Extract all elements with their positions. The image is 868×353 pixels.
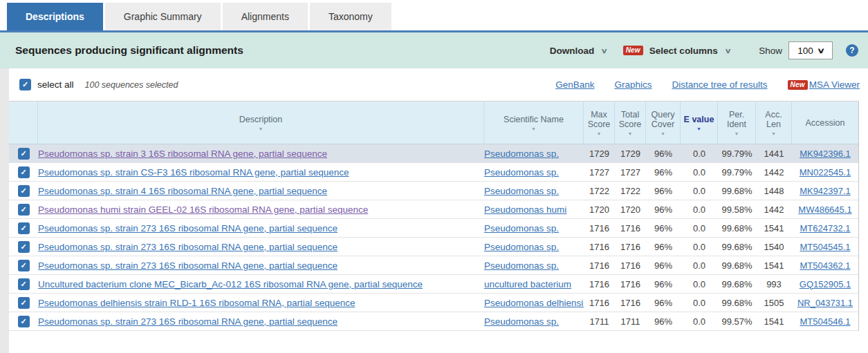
table-row: ✓ Pseudomonas sp. strain 3 16S ribosomal… [9,144,858,163]
sort-arrow-icon[interactable]: ▼ [259,126,264,131]
sort-arrow-icon[interactable]: ▼ [696,126,701,131]
chevron-down-icon: ∨ [817,46,825,55]
description-link[interactable]: Pseudomonas sp. strain CS-F3 16S ribosom… [38,167,349,178]
e-value: 0.0 [681,298,718,308]
scientific-name-link[interactable]: Pseudomonas sp. [484,186,559,196]
accession-link[interactable]: NR_043731.1 [797,298,853,308]
table-row: ✓ Pseudomonas sp. strain 273 16S ribosom… [9,256,858,275]
total-score-value: 1729 [615,149,646,159]
select-columns-button[interactable]: Select columns [649,46,718,56]
accession-link[interactable]: MT504546.1 [800,316,851,327]
row-checkbox[interactable]: ✓ [18,260,30,271]
total-score-value: 1716 [615,223,646,233]
chevron-down-icon[interactable]: ∨ [601,47,608,55]
acc-len-value: 1442 [756,204,792,215]
column-header-e-value[interactable]: E value ▼ [681,102,718,144]
row-checkbox[interactable]: ✓ [18,148,30,160]
description-link[interactable]: Pseudomonas delhiensis strain RLD-1 16S … [38,298,355,308]
e-value: 0.0 [681,149,718,159]
page-size-value: 100 [797,46,813,56]
accession-link[interactable]: MT624732.1 [800,223,851,233]
scientific-name-link[interactable]: Pseudomonas sp. [484,260,559,271]
row-checkbox[interactable]: ✓ [18,241,30,253]
help-icon[interactable]: ? [846,44,858,57]
scientific-name-link[interactable]: Pseudomonas sp. [484,242,559,252]
selected-count-text: 100 sequences selected [85,80,178,90]
sort-arrow-icon[interactable]: ▼ [735,131,739,136]
accession-link[interactable]: MT504362.1 [800,260,851,271]
sort-arrow-icon[interactable]: ▼ [661,131,665,136]
accession-link[interactable]: MK942396.1 [800,149,851,159]
column-header-acc-len[interactable]: Acc. Len ▼ [756,102,792,144]
graphics-link[interactable]: Graphics [614,79,652,90]
acc-len-value: 1541 [756,223,792,233]
scientific-name-link[interactable]: Pseudomonas delhiensis [484,298,584,308]
row-checkbox[interactable]: ✓ [18,297,30,309]
scientific-name-link[interactable]: Pseudomonas sp. [484,167,559,178]
sort-arrow-icon[interactable]: ▼ [771,131,776,136]
select-all-label[interactable]: select all [37,79,74,90]
row-checkbox[interactable]: ✓ [18,278,30,290]
page-size-select[interactable]: 100 ∨ [788,41,833,59]
query-cover-value: 96% [646,279,681,289]
description-link[interactable]: Pseudomonas sp. strain 273 16S ribosomal… [38,260,338,271]
description-link[interactable]: Pseudomonas sp. strain 3 16S ribosomal R… [38,149,327,159]
column-header-accession[interactable]: Accession [792,102,858,144]
new-badge: New [788,80,808,90]
column-header-scientific-name[interactable]: Scientific Name ▼ [484,102,584,144]
sort-arrow-icon[interactable]: ▼ [531,126,536,131]
column-header-max-score[interactable]: Max Score ▼ [584,102,615,144]
description-link[interactable]: Pseudomonas sp. strain 4 16S ribosomal R… [38,186,327,196]
total-score-value: 1716 [615,242,646,252]
acc-len-value: 1505 [756,298,792,308]
row-checkbox[interactable]: ✓ [18,204,30,216]
e-value: 0.0 [681,279,718,289]
tab-taxonomy[interactable]: Taxonomy [310,3,391,30]
row-checkbox[interactable]: ✓ [18,185,30,197]
row-checkbox[interactable]: ✓ [18,166,30,178]
row-checkbox[interactable]: ✓ [18,316,30,327]
total-score-value: 1716 [615,279,646,289]
total-score-value: 1716 [615,260,646,271]
max-score-value: 1720 [584,204,615,215]
scientific-name-link[interactable]: Pseudomonas sp. [484,316,559,327]
description-link[interactable]: Pseudomonas humi strain GEEL-02 16S ribo… [38,204,368,215]
accession-link[interactable]: MN022545.1 [800,167,851,178]
select-all-checkbox[interactable]: ✓ [19,79,31,90]
description-link[interactable]: Uncultured bacterium clone MEC_Bicarb_Ac… [38,279,423,289]
genbank-link[interactable]: GenBank [555,79,594,90]
scientific-name-link[interactable]: Pseudomonas sp. [484,223,559,233]
accession-link[interactable]: MW486645.1 [798,204,851,215]
column-header-description[interactable]: Description ▼ [38,102,484,144]
description-link[interactable]: Pseudomonas sp. strain 273 16S ribosomal… [38,223,338,233]
per-ident-value: 99.79% [718,149,756,159]
column-header-total-score[interactable]: Total Score ▼ [615,102,646,144]
query-cover-value: 96% [646,298,681,308]
sort-arrow-icon[interactable]: ▼ [597,131,602,136]
msa-viewer-link[interactable]: MSA Viewer [809,79,860,90]
tab-descriptions[interactable]: Descriptions [7,3,103,30]
column-header-query-cover[interactable]: Query Cover ▼ [646,102,681,144]
scientific-name-link[interactable]: uncultured bacterium [484,279,571,289]
scientific-name-link[interactable]: Pseudomonas humi [484,204,566,215]
distance-tree-link[interactable]: Distance tree of results [672,79,767,90]
per-ident-value: 99.68% [718,260,756,271]
accession-link[interactable]: MK942397.1 [800,186,851,196]
column-header-per-ident[interactable]: Per. Ident ▼ [718,102,756,144]
tab-graphic-summary[interactable]: Graphic Summary [105,3,221,30]
max-score-value: 1716 [584,242,615,252]
accession-link[interactable]: GQ152905.1 [800,279,851,289]
header-controls: Download ∨ New Select columns ∨ Show 100… [550,41,858,59]
tab-alignments[interactable]: Alignments [223,3,308,30]
chevron-down-icon[interactable]: ∨ [724,47,731,55]
per-ident-value: 99.68% [718,242,756,252]
scientific-name-link[interactable]: Pseudomonas sp. [484,149,559,159]
description-link[interactable]: Pseudomonas sp. strain 273 16S ribosomal… [38,242,338,252]
row-checkbox[interactable]: ✓ [18,222,30,234]
description-link[interactable]: Pseudomonas sp. strain 273 16S ribosomal… [38,316,338,327]
download-button[interactable]: Download [550,46,595,56]
acc-len-value: 993 [756,279,792,289]
query-cover-value: 96% [646,316,681,327]
sort-arrow-icon[interactable]: ▼ [628,131,633,136]
accession-link[interactable]: MT504545.1 [800,242,851,252]
